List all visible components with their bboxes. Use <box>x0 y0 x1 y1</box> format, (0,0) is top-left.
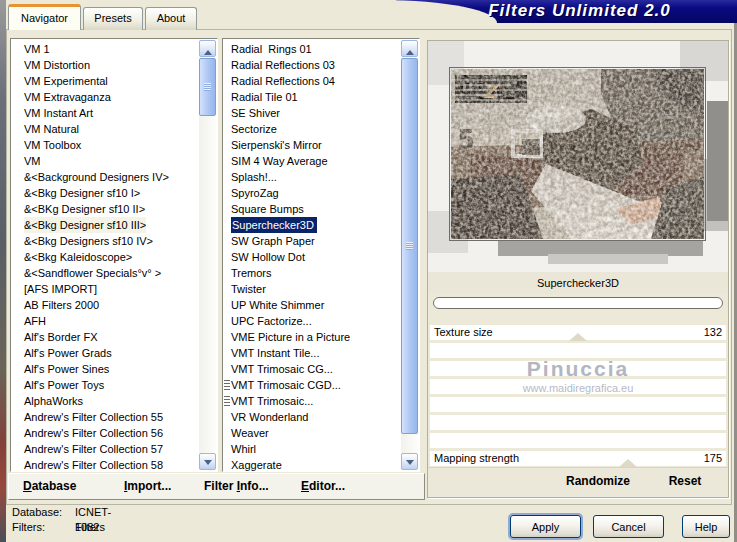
editor-button[interactable]: Editor... <box>301 479 345 493</box>
list-item[interactable]: SW Hollow Dot <box>223 249 401 265</box>
slider-label: Mapping strength <box>434 451 519 466</box>
filters-unlimited-dialog: Filters Unlimited 2.0 NavigatorPresetsAb… <box>0 0 737 542</box>
list-item[interactable]: &<Background Designers IV> <box>11 169 199 185</box>
list-item[interactable]: Radial Tile 01 <box>223 89 401 105</box>
scroll-thumb[interactable] <box>401 58 418 434</box>
list-item[interactable]: &<Bkg Designer sf10 III> <box>11 217 199 233</box>
scroll-thumb[interactable] <box>199 58 216 116</box>
filter-info-button[interactable]: Filter Info... <box>204 479 269 493</box>
database-label: Database: <box>12 506 62 518</box>
randomize-button[interactable]: Randomize <box>566 474 630 488</box>
list-item[interactable]: VM Distortion <box>11 57 199 73</box>
scroll-up-button[interactable] <box>401 40 418 57</box>
list-item[interactable]: SIM 4 Way Average <box>223 153 401 169</box>
grip-dots-icon <box>224 396 230 406</box>
filter-listbox[interactable]: Radial Rings 01Radial Reflections 03Radi… <box>222 38 420 472</box>
preview-panel: 5 2 Z Superchecker3D <box>427 40 729 498</box>
list-item[interactable]: [AFS IMPORT] <box>11 281 199 297</box>
list-item[interactable]: Andrew's Filter Collection 58 <box>11 457 199 471</box>
list-item[interactable]: VM <box>11 153 199 169</box>
slider-stack: Texture size132Mapping strength175 <box>430 325 726 469</box>
list-item[interactable]: AFH <box>11 313 199 329</box>
list-item[interactable]: VM Experimental <box>11 73 199 89</box>
list-item[interactable]: Whirl <box>223 441 401 457</box>
list-item[interactable]: Sierpenski's Mirror <box>223 137 401 153</box>
preview-image[interactable]: 5 2 Z <box>428 41 728 272</box>
list-item[interactable]: &<Bkg Designers sf10 IV> <box>11 233 199 249</box>
list-item[interactable]: AB Filters 2000 <box>11 297 199 313</box>
database-button[interactable]: Database <box>23 479 76 493</box>
grip-dots-icon <box>224 380 230 390</box>
list-item[interactable]: &<Bkg Designer sf10 I> <box>11 185 199 201</box>
list-item[interactable]: Superchecker3D <box>223 217 401 233</box>
filters-label: Filters: <box>12 521 45 533</box>
reset-button[interactable]: Reset <box>669 474 702 488</box>
cancel-button[interactable]: Cancel <box>593 515 664 538</box>
list-item[interactable]: VMT Trimosaic... <box>223 393 401 409</box>
list-item[interactable]: SW Graph Paper <box>223 233 401 249</box>
list-item[interactable]: Radial Reflections 03 <box>223 57 401 73</box>
list-item[interactable]: VM Instant Art <box>11 105 199 121</box>
tab-navigator[interactable]: Navigator <box>8 4 81 30</box>
help-button[interactable]: Help <box>682 515 730 538</box>
slider-value: 175 <box>704 451 722 466</box>
app-title: Filters Unlimited 2.0 <box>430 1 729 21</box>
slider-row <box>430 433 726 448</box>
list-item[interactable]: SpyroZag <box>223 185 401 201</box>
list-item[interactable]: VME Picture in a Picture <box>223 329 401 345</box>
filter-scrollbar[interactable] <box>401 40 418 470</box>
tab-about[interactable]: About <box>145 7 197 30</box>
list-item[interactable]: Alf's Power Sines <box>11 361 199 377</box>
list-item[interactable]: Tremors <box>223 265 401 281</box>
apply-button[interactable]: Apply <box>510 515 581 538</box>
list-item[interactable]: VMT Trimosaic CGD... <box>223 377 401 393</box>
list-item[interactable]: Alf's Power Toys <box>11 377 199 393</box>
arrow-down-icon <box>204 460 212 469</box>
list-item[interactable]: AlphaWorks <box>11 393 199 409</box>
list-item[interactable]: Weaver <box>223 425 401 441</box>
list-item[interactable]: SE Shiver <box>223 105 401 121</box>
panel-button-strip: Randomize Reset <box>428 467 728 497</box>
scroll-down-button[interactable] <box>401 453 418 470</box>
arrow-up-icon <box>406 46 414 55</box>
list-item[interactable]: VMT Trimosaic CG... <box>223 361 401 377</box>
list-item[interactable]: Andrew's Filter Collection 55 <box>11 409 199 425</box>
list-item[interactable]: UPC Factorize... <box>223 313 401 329</box>
slider-row <box>430 397 726 412</box>
category-scrollbar[interactable] <box>199 40 216 470</box>
list-item[interactable]: Alf's Power Grads <box>11 345 199 361</box>
list-item[interactable]: VM 1 <box>11 41 199 57</box>
slider-row[interactable]: Texture size132 <box>430 325 726 340</box>
scroll-down-button[interactable] <box>199 453 216 470</box>
tab-presets[interactable]: Presets <box>83 7 143 30</box>
list-item[interactable]: Alf's Border FX <box>11 329 199 345</box>
slider-thumb[interactable] <box>569 333 587 341</box>
slider-thumb[interactable] <box>619 459 637 467</box>
list-item[interactable]: &<Bkg Kaleidoscope> <box>11 249 199 265</box>
scroll-up-button[interactable] <box>199 40 216 57</box>
list-item[interactable]: &<BKg Designer sf10 II> <box>11 201 199 217</box>
progress-bar <box>433 297 723 309</box>
list-item[interactable]: Splash!... <box>223 169 401 185</box>
list-item[interactable]: VM Toolbox <box>11 137 199 153</box>
slider-row[interactable]: Mapping strength175 <box>430 451 726 466</box>
category-items: VM 1VM DistortionVM ExperimentalVM Extra… <box>11 41 199 471</box>
list-item[interactable]: Sectorize <box>223 121 401 137</box>
list-item[interactable]: VM Natural <box>11 121 199 137</box>
list-item[interactable]: Radial Reflections 04 <box>223 73 401 89</box>
list-item[interactable]: Xaggerate <box>223 457 401 471</box>
slider-row <box>430 343 726 358</box>
list-item[interactable]: UP White Shimmer <box>223 297 401 313</box>
toolbar: DatabaseImport...Filter Info...Editor... <box>8 473 425 500</box>
list-item[interactable]: Twister <box>223 281 401 297</box>
list-item[interactable]: &<Sandflower Specials°v° > <box>11 265 199 281</box>
list-item[interactable]: Radial Rings 01 <box>223 41 401 57</box>
import-button[interactable]: Import... <box>124 479 171 493</box>
list-item[interactable]: VMT Instant Tile... <box>223 345 401 361</box>
list-item[interactable]: VM Extravaganza <box>11 89 199 105</box>
list-item[interactable]: Andrew's Filter Collection 57 <box>11 441 199 457</box>
list-item[interactable]: Andrew's Filter Collection 56 <box>11 425 199 441</box>
category-listbox[interactable]: VM 1VM DistortionVM ExperimentalVM Extra… <box>10 38 218 472</box>
list-item[interactable]: VR Wonderland <box>223 409 401 425</box>
list-item[interactable]: Square Bumps <box>223 201 401 217</box>
